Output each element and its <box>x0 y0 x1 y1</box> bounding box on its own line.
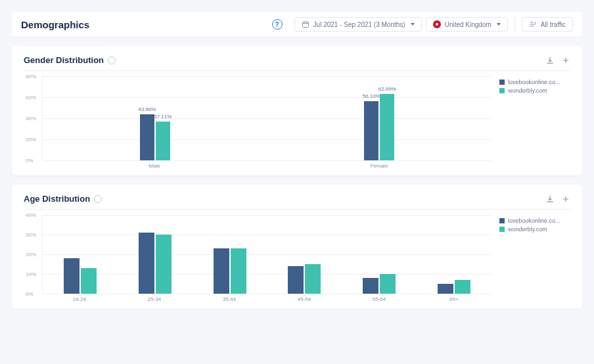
category-group <box>342 215 417 294</box>
legend-swatch <box>499 218 505 223</box>
traffic-filter[interactable]: All traffic <box>522 17 573 32</box>
category-group <box>118 215 193 294</box>
legend: lovebookonline.co... wonderbly.com <box>491 76 570 169</box>
y-tick-label: 30% <box>26 232 36 238</box>
legend-item: wonderbly.com <box>499 87 570 94</box>
bar[interactable] <box>214 248 229 294</box>
legend-item: lovebookonline.co... <box>499 217 570 224</box>
x-tick-label: 25-34 <box>117 296 192 302</box>
x-tick-label: 18-24 <box>42 296 117 302</box>
chart-area: 80%60%40%20%0%43.90%37.11%56.10%62.89% M… <box>24 76 491 169</box>
y-tick-label: 40% <box>26 212 36 218</box>
expand-icon[interactable] <box>561 194 570 204</box>
topbar: Demographics ? Jul 2021 - Sep 2021 (3 Mo… <box>12 12 582 37</box>
y-tick-label: 0% <box>26 291 34 297</box>
download-icon[interactable] <box>545 194 555 204</box>
calendar-icon <box>302 20 309 28</box>
filter-group: Jul 2021 - Sep 2021 (3 Months) United Ki… <box>294 17 573 32</box>
bar[interactable] <box>231 248 246 294</box>
bar-value-label: 56.10% <box>363 93 380 99</box>
bar[interactable] <box>305 264 321 294</box>
date-range-label: Jul 2021 - Sep 2021 (3 Months) <box>313 21 405 28</box>
x-tick-label: 35-44 <box>192 296 267 302</box>
bar[interactable]: 62.89% <box>380 94 394 160</box>
expand-icon[interactable] <box>561 56 570 65</box>
x-axis-labels: 18-2425-3435-4445-5455-6465+ <box>42 296 491 302</box>
y-tick-label: 60% <box>26 95 36 101</box>
bar[interactable] <box>363 278 378 294</box>
bar[interactable] <box>380 274 396 294</box>
page-title: Demographics <box>21 19 89 30</box>
chart-area: 40%30%20%10%0% 18-2425-3435-4445-5455-64… <box>24 215 491 302</box>
gender-chart: 80%60%40%20%0%43.90%37.11%56.10%62.89% M… <box>24 70 570 169</box>
chevron-down-icon <box>497 23 501 26</box>
chart-grid: 40%30%20%10%0% <box>42 215 491 294</box>
bar-value-label: 62.89% <box>378 86 396 92</box>
x-axis-labels: MaleFemale <box>42 163 491 169</box>
filter-separator <box>514 17 515 32</box>
bar[interactable]: 56.10% <box>364 101 378 160</box>
legend-swatch <box>499 227 505 232</box>
chevron-down-icon <box>411 23 415 26</box>
bar[interactable] <box>438 284 453 294</box>
panel-actions <box>545 194 570 204</box>
bar-value-label: 43.90% <box>138 106 156 112</box>
bar[interactable] <box>455 280 470 294</box>
info-icon[interactable] <box>108 57 116 64</box>
age-chart: 40%30%20%10%0% 18-2425-3435-4445-5455-64… <box>24 209 570 302</box>
legend-item: wonderbly.com <box>499 226 570 233</box>
info-icon[interactable] <box>94 195 102 203</box>
y-tick-label: 40% <box>26 116 36 122</box>
legend-swatch <box>499 80 505 85</box>
legend-label: wonderbly.com <box>508 226 547 233</box>
legend-label: lovebookonline.co... <box>508 79 560 85</box>
bar[interactable]: 37.11% <box>156 122 170 160</box>
bar[interactable] <box>139 233 154 294</box>
gridline <box>43 160 491 161</box>
legend-item: lovebookonline.co... <box>499 79 570 85</box>
bar-value-label: 37.11% <box>154 114 171 120</box>
panel-actions <box>545 56 570 65</box>
panel-header: Age Distribution <box>24 194 570 204</box>
category-group: 56.10%62.89% <box>267 76 492 160</box>
flag-uk-icon <box>433 20 441 28</box>
age-panel: Age Distribution 40%30%20%10%0% 18-2425-… <box>12 185 582 309</box>
bars-row <box>43 215 491 294</box>
panel-title: Gender Distribution <box>24 55 104 65</box>
bar[interactable] <box>156 235 171 294</box>
y-tick-label: 20% <box>26 252 36 258</box>
svg-rect-0 <box>302 22 308 28</box>
x-tick-label: 65+ <box>417 296 491 302</box>
bar[interactable] <box>64 258 80 294</box>
traffic-icon <box>529 20 537 28</box>
category-group <box>43 215 118 294</box>
category-group <box>267 215 342 294</box>
panel-header: Gender Distribution <box>24 55 570 65</box>
x-tick-label: 55-64 <box>342 296 417 302</box>
y-tick-label: 20% <box>26 137 36 143</box>
y-tick-label: 80% <box>26 74 36 80</box>
legend: lovebookonline.co... wonderbly.com <box>491 215 570 302</box>
y-tick-label: 10% <box>26 271 36 277</box>
panel-title: Age Distribution <box>24 194 90 204</box>
bar[interactable] <box>288 266 304 294</box>
legend-label: lovebookonline.co... <box>508 217 560 224</box>
x-tick-label: 45-54 <box>267 296 342 302</box>
category-group: 43.90%37.11% <box>43 76 267 160</box>
help-icon[interactable]: ? <box>272 19 283 30</box>
category-group <box>417 215 491 294</box>
y-tick-label: 0% <box>26 158 34 164</box>
region-filter[interactable]: United Kingdom <box>426 17 508 32</box>
download-icon[interactable] <box>545 56 555 65</box>
gridline <box>43 294 491 294</box>
chart-grid: 80%60%40%20%0%43.90%37.11%56.10%62.89% <box>42 76 491 160</box>
gender-panel: Gender Distribution 80%60%40%20%0%43.90%… <box>12 46 582 175</box>
bar[interactable]: 43.90% <box>140 114 154 160</box>
region-label: United Kingdom <box>445 21 491 28</box>
x-tick-label: Female <box>267 163 491 169</box>
date-range-filter[interactable]: Jul 2021 - Sep 2021 (3 Months) <box>294 17 422 32</box>
bars-row: 43.90%37.11%56.10%62.89% <box>43 76 491 160</box>
legend-label: wonderbly.com <box>508 87 547 94</box>
bar[interactable] <box>81 268 97 294</box>
category-group <box>193 215 267 294</box>
